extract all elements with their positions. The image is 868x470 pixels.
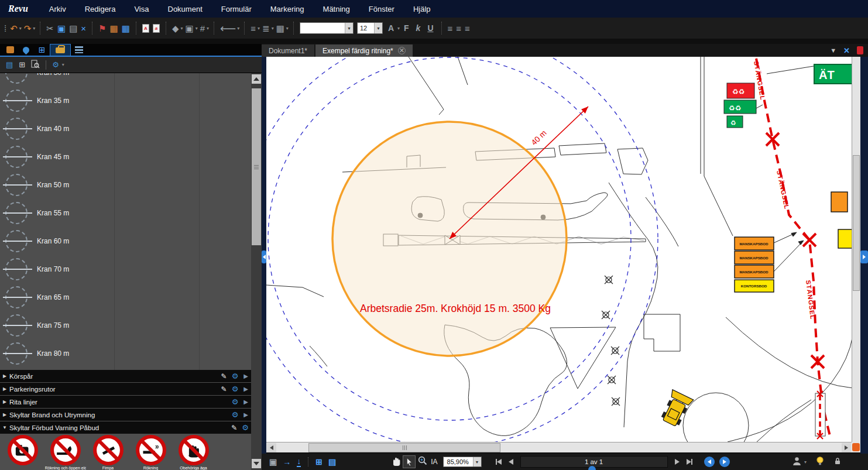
menu-fonster[interactable]: Fönster bbox=[359, 5, 404, 13]
list-view-icon[interactable]: ▤ bbox=[6, 60, 13, 69]
download-arrow-icon[interactable]: ↓ bbox=[297, 457, 301, 467]
section-skyltar-forbud[interactable]: ▼ Skyltar Förbud Varning Påbud ✎⚙ bbox=[0, 421, 251, 434]
tool-item-kran45[interactable]: Kran 45 m bbox=[0, 143, 251, 171]
section-more-arrow-icon[interactable]: ▶ bbox=[243, 411, 248, 418]
expand-arrow-icon[interactable]: ▶ bbox=[0, 412, 9, 417]
font-color-icon[interactable]: A bbox=[388, 23, 394, 33]
gate-markup[interactable] bbox=[815, 391, 825, 439]
font-size-select[interactable]: 12▼ bbox=[357, 22, 383, 34]
numbered-list-caret-icon[interactable]: ▾ bbox=[272, 26, 274, 31]
recycling-sign-markup[interactable]: ÄT bbox=[814, 64, 852, 84]
section-gear-icon[interactable]: ⚙ bbox=[232, 372, 239, 380]
tab-close-icon[interactable]: ✕ bbox=[398, 47, 406, 54]
cut-scissors-icon[interactable]: ✂ bbox=[46, 24, 54, 33]
hatch-caret-icon[interactable]: ▾ bbox=[207, 26, 209, 31]
delete-x-icon[interactable]: × bbox=[81, 24, 86, 33]
stamp-caret-icon[interactable]: ▾ bbox=[195, 26, 198, 31]
section-more-arrow-icon[interactable]: ▶ bbox=[243, 386, 248, 392]
expand-arrow-icon[interactable]: ▶ bbox=[0, 399, 9, 404]
font-family-caret-icon[interactable]: ▼ bbox=[345, 23, 353, 33]
sign-tool-4[interactable]: Rökning bbox=[129, 434, 172, 470]
revu-corner-icon[interactable] bbox=[852, 443, 860, 451]
previous-view-button[interactable] bbox=[704, 457, 715, 467]
split-view-icon[interactable]: ▤ bbox=[328, 457, 336, 466]
menu-formular[interactable]: Formulär bbox=[212, 5, 261, 13]
arrow-caret-icon[interactable]: ▾ bbox=[237, 26, 239, 31]
align-center-icon[interactable]: ≡ bbox=[456, 24, 461, 33]
add-tool-icon[interactable]: ⊞ bbox=[19, 60, 25, 69]
status-notification-dot[interactable] bbox=[588, 466, 596, 470]
search-tools-icon[interactable] bbox=[31, 60, 40, 70]
pencil-edit-icon[interactable]: ✎ bbox=[231, 424, 237, 432]
copy-icon[interactable]: ▣ bbox=[57, 24, 66, 33]
expand-arrow-icon[interactable]: ▶ bbox=[0, 373, 9, 379]
vertical-scrollbar[interactable] bbox=[852, 57, 860, 442]
document-x-icon[interactable]: ▣ bbox=[269, 457, 277, 466]
menu-hjalp[interactable]: Hjälp bbox=[404, 5, 440, 13]
arrow-tool-icon[interactable]: ⟵ bbox=[220, 23, 235, 34]
pencil-edit-icon[interactable]: ✎ bbox=[221, 372, 227, 380]
tool-item-kran30[interactable]: Kran 30 m bbox=[0, 73, 251, 87]
user-caret-icon[interactable]: ▾ bbox=[804, 459, 807, 465]
menu-arkiv[interactable]: Arkiv bbox=[40, 5, 76, 13]
tab-file-access[interactable] bbox=[2, 44, 18, 56]
vertical-scroll-thumb[interactable] bbox=[853, 155, 860, 291]
section-gear-icon[interactable]: ⚙ bbox=[242, 423, 249, 432]
snapshot-icon[interactable]: ▦ bbox=[122, 24, 130, 33]
menu-redigera[interactable]: Redigera bbox=[76, 5, 125, 13]
scroll-left-button[interactable] bbox=[267, 443, 276, 452]
align-right-icon[interactable]: ≡ bbox=[465, 24, 470, 33]
lightbulb-icon[interactable] bbox=[815, 456, 825, 468]
document-canvas[interactable]: 40 m Arbetsradie 25m. Krokhöjd 15 m. 350… bbox=[266, 57, 852, 442]
tool-chest-settings-gear-icon[interactable]: ⚙ bbox=[52, 60, 59, 69]
paste-clipboard-icon[interactable]: ▤ bbox=[69, 24, 77, 33]
expand-right-panel-arrow[interactable] bbox=[860, 251, 868, 263]
tab-thumbnails[interactable]: ⊞ bbox=[34, 44, 50, 56]
export-arrow-icon[interactable]: → bbox=[283, 457, 291, 466]
underline-icon[interactable]: U bbox=[427, 23, 433, 33]
section-rita-linjer[interactable]: ▶ Rita linjer ⚙▶ bbox=[0, 396, 251, 408]
select-tool-active-box[interactable] bbox=[403, 455, 416, 468]
tab-layers[interactable] bbox=[71, 44, 87, 56]
zoom-magnifier-icon[interactable] bbox=[417, 455, 428, 468]
tool-item-kran60[interactable]: Kran 60 m bbox=[0, 227, 251, 255]
undo-icon[interactable]: ↶ bbox=[10, 24, 18, 33]
pencil-edit-icon[interactable]: ✎ bbox=[221, 385, 227, 393]
font-size-caret-icon[interactable]: ▼ bbox=[374, 23, 382, 33]
scroll-down-button[interactable] bbox=[252, 459, 261, 468]
tool-item-kran65[interactable]: Kran 65 m bbox=[0, 283, 251, 311]
panel-scrollbar[interactable] bbox=[251, 73, 262, 470]
zoom-level-select[interactable]: 85,90% ▼ bbox=[443, 457, 482, 467]
sign-tool-2[interactable]: Rökning och öppen eld bbox=[44, 434, 87, 470]
pdf-markup-stamp-icon[interactable]: a bbox=[153, 24, 160, 33]
studio-red-icon[interactable] bbox=[857, 46, 863, 54]
font-family-select[interactable]: ▼ bbox=[300, 22, 354, 34]
numbered-list-icon[interactable]: ≣ bbox=[262, 24, 270, 33]
expand-arrow-icon[interactable]: ▶ bbox=[0, 386, 9, 392]
last-page-button[interactable] bbox=[687, 459, 692, 465]
previous-page-button[interactable] bbox=[509, 459, 513, 465]
close-document-x-icon[interactable]: ✕ bbox=[843, 46, 850, 55]
table-caret-icon[interactable]: ▾ bbox=[286, 26, 289, 31]
tool-item-kran55[interactable]: Kran 55 m bbox=[0, 199, 251, 227]
italic-icon[interactable]: k bbox=[416, 23, 421, 33]
zoom-caret-icon[interactable]: ▼ bbox=[473, 457, 481, 466]
work-radius-note-markup[interactable]: Arbetsradie 25m. Krokhöjd 15 m. 3500 Kg bbox=[360, 303, 551, 314]
undo-caret-icon[interactable]: ▾ bbox=[19, 26, 22, 31]
redo-caret-icon[interactable]: ▾ bbox=[33, 26, 35, 31]
user-icon[interactable] bbox=[792, 456, 802, 468]
flag-markup-icon[interactable]: ⚑ bbox=[98, 24, 106, 33]
horizontal-scroll-thumb[interactable] bbox=[308, 443, 500, 452]
section-gear-icon[interactable]: ⚙ bbox=[232, 397, 239, 406]
wheel-loader-markup[interactable] bbox=[658, 390, 694, 428]
tool-item-kran80[interactable]: Kran 80 m bbox=[0, 339, 251, 368]
bold-icon[interactable]: F bbox=[404, 23, 409, 33]
menu-dokument[interactable]: Dokument bbox=[159, 5, 212, 13]
grid-view-icon[interactable]: ⊞ bbox=[315, 457, 323, 466]
section-korspar[interactable]: ▶ Körspår ✎⚙▶ bbox=[0, 370, 251, 382]
redo-icon[interactable]: ↷ bbox=[24, 24, 32, 33]
menu-markering[interactable]: Markering bbox=[261, 5, 314, 13]
shape-tool-icon[interactable]: ◆ bbox=[172, 24, 179, 33]
menu-matning[interactable]: Mätning bbox=[314, 5, 359, 13]
next-page-button[interactable] bbox=[675, 459, 680, 465]
